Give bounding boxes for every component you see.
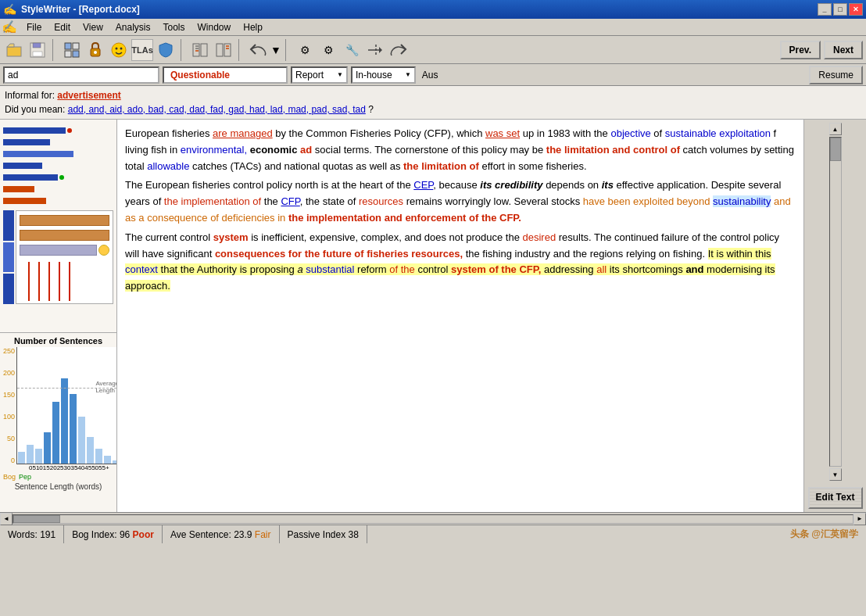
bar-row-4 bbox=[3, 161, 113, 170]
suggest-tad[interactable]: tad bbox=[352, 104, 366, 115]
highlight-environmental: environmental, bbox=[181, 144, 247, 156]
svg-rect-18 bbox=[216, 44, 223, 56]
bar-4 bbox=[52, 402, 59, 464]
suggestions-line: Did you mean: add, and, aid, ado, bad, c… bbox=[5, 102, 861, 116]
suggest-bad[interactable]: bad, bbox=[149, 104, 170, 115]
suggest-aid[interactable]: aid, bbox=[109, 104, 127, 115]
menu-analysis[interactable]: Analysis bbox=[109, 19, 157, 35]
settings2-button[interactable]: ⚙ bbox=[317, 39, 339, 61]
words-value: 191 bbox=[40, 529, 55, 540]
menu-file[interactable]: File bbox=[20, 19, 48, 35]
close-button[interactable]: ✕ bbox=[849, 3, 863, 16]
suggest-and[interactable]: and, bbox=[88, 104, 109, 115]
highlight-was-set: was set bbox=[485, 127, 520, 139]
scroll-up-button[interactable]: ▲ bbox=[829, 123, 842, 135]
prev-button[interactable]: Prev. bbox=[780, 41, 821, 59]
undo-button[interactable] bbox=[247, 39, 269, 61]
wrench-button[interactable]: 🔧 bbox=[341, 39, 363, 61]
highlight-limitation: the limitation and control of bbox=[546, 144, 680, 156]
highlight-ad: ad bbox=[300, 144, 312, 156]
y-150: 150 bbox=[3, 391, 15, 399]
resume-button[interactable]: Resume bbox=[809, 66, 863, 84]
scroll-right-button[interactable]: ► bbox=[853, 513, 866, 525]
ave-rating: Fair bbox=[255, 529, 271, 540]
x-45: 45 bbox=[84, 464, 91, 471]
scroll-left-button[interactable]: ◄ bbox=[0, 513, 13, 525]
toolbar-separator-3 bbox=[238, 39, 243, 61]
bar-3 bbox=[44, 432, 51, 464]
text-paragraph-3: The current control system is inefficien… bbox=[125, 230, 796, 295]
col1-button[interactable] bbox=[189, 39, 211, 61]
window-title: StyleWriter - [Report.docx] bbox=[21, 4, 818, 15]
y-250: 250 bbox=[3, 347, 15, 355]
doc-type-arrow: ▼ bbox=[337, 71, 343, 78]
menu-help[interactable]: Help bbox=[237, 19, 269, 35]
bar-row-2 bbox=[3, 138, 113, 147]
col2-button[interactable] bbox=[213, 39, 234, 61]
prev-next-area: Prev. Next bbox=[780, 41, 863, 59]
suggest-add[interactable]: add, bbox=[68, 104, 89, 115]
question-mark: ? bbox=[368, 104, 374, 115]
suggest-had[interactable]: had, bbox=[249, 104, 270, 115]
menu-edit[interactable]: Edit bbox=[48, 19, 77, 35]
menu-view[interactable]: View bbox=[77, 19, 109, 35]
suggest-mad[interactable]: mad, bbox=[288, 104, 311, 115]
highlight-desired: desired bbox=[523, 231, 556, 243]
bar-9 bbox=[95, 449, 102, 464]
suggest-ado[interactable]: ado, bbox=[127, 104, 149, 115]
settings-button[interactable]: ⚙ bbox=[294, 39, 316, 61]
watermark-text: 头条 @汇英留学 bbox=[790, 528, 858, 541]
informal-word[interactable]: advertisement bbox=[57, 90, 120, 101]
svg-rect-5 bbox=[73, 43, 79, 49]
x-30: 30 bbox=[64, 464, 71, 471]
lock-button[interactable] bbox=[84, 39, 106, 61]
window-controls: _ □ ✕ bbox=[818, 3, 863, 16]
middle-viz bbox=[16, 210, 113, 304]
y-0-left: 0 bbox=[11, 457, 15, 464]
suggest-cad[interactable]: cad, bbox=[169, 104, 189, 115]
minimize-button[interactable]: _ bbox=[818, 3, 832, 16]
h-scrollbar-thumb[interactable] bbox=[13, 515, 60, 523]
highlight-exploited: have been exploited bbox=[583, 195, 674, 207]
bog-index-value: 96 bbox=[120, 529, 130, 540]
suggest-sad[interactable]: sad, bbox=[332, 104, 352, 115]
bar-6 bbox=[70, 394, 77, 464]
save-button[interactable] bbox=[27, 39, 48, 61]
style-type-dropdown[interactable]: In-house ▼ bbox=[351, 66, 416, 84]
doc-type-dropdown[interactable]: Report ▼ bbox=[291, 66, 348, 84]
search-input[interactable] bbox=[3, 66, 159, 84]
scrollbar-thumb[interactable] bbox=[830, 138, 841, 161]
menu-tools[interactable]: Tools bbox=[157, 19, 191, 35]
suggest-gad[interactable]: gad, bbox=[228, 104, 249, 115]
svg-rect-7 bbox=[73, 51, 79, 57]
style-type-select[interactable]: In-house bbox=[356, 70, 403, 81]
text-panel[interactable]: European fisheries are managed by the Co… bbox=[117, 120, 803, 512]
suggest-pad[interactable]: pad, bbox=[311, 104, 332, 115]
scroll-down-button[interactable]: ▼ bbox=[829, 468, 842, 481]
redo-button[interactable] bbox=[388, 39, 410, 61]
move-button[interactable] bbox=[364, 39, 386, 61]
edit-text-button[interactable]: Edit Text bbox=[808, 487, 863, 509]
svg-rect-6 bbox=[65, 51, 71, 57]
open-button[interactable] bbox=[3, 39, 25, 61]
suggest-fad[interactable]: fad, bbox=[210, 104, 228, 115]
grid-button[interactable] bbox=[61, 39, 83, 61]
menu-app-icon: ✍ bbox=[2, 20, 17, 34]
dropdown-arrow[interactable]: ▼ bbox=[270, 39, 281, 61]
highlight-credibility: its credibility bbox=[480, 179, 542, 191]
x-25: 25 bbox=[57, 464, 64, 471]
x-35: 35 bbox=[70, 464, 77, 471]
informal-for-label: Informal for: bbox=[5, 90, 57, 101]
doc-type-select[interactable]: Report bbox=[295, 70, 335, 81]
suggest-lad[interactable]: lad, bbox=[270, 104, 288, 115]
next-button[interactable]: Next bbox=[824, 41, 863, 59]
tla-button[interactable]: TLAs bbox=[131, 39, 153, 61]
shield-button[interactable] bbox=[155, 39, 177, 61]
bar-chart bbox=[0, 120, 116, 332]
menu-window[interactable]: Window bbox=[191, 19, 238, 35]
scrollbar-track bbox=[829, 137, 842, 467]
maximize-button[interactable]: □ bbox=[833, 3, 847, 16]
face-button[interactable] bbox=[108, 39, 130, 61]
suggest-dad[interactable]: dad, bbox=[189, 104, 210, 115]
svg-rect-0 bbox=[7, 47, 21, 56]
